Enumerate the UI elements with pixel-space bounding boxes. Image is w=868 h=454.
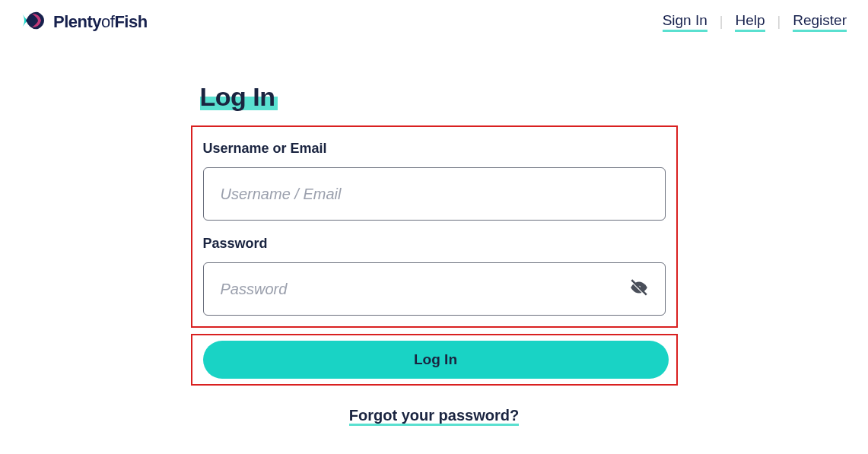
login-button[interactable]: Log In [203,341,669,379]
page-title: Log In [200,82,275,112]
forgot-password-link[interactable]: Forgot your password? [349,407,519,426]
toggle-password-visibility-icon[interactable] [629,278,649,300]
credentials-highlight-box: Username or Email Password [191,125,678,328]
username-input[interactable] [203,167,666,221]
username-input-wrap [203,167,666,221]
top-nav: Sign In | Help | Register [663,12,847,32]
header: PlentyofFish Sign In | Help | Register [0,0,868,44]
login-card: Log In Username or Email Password Log In… [191,82,678,424]
password-input-wrap [203,262,666,316]
password-input[interactable] [203,262,666,316]
brand-name: PlentyofFish [53,12,148,32]
nav-register[interactable]: Register [793,12,847,32]
fish-icon [21,9,47,35]
nav-sign-in[interactable]: Sign In [663,12,707,32]
submit-highlight-box: Log In [191,334,678,386]
page-title-wrap: Log In [200,82,275,112]
nav-separator: | [720,14,723,30]
username-label: Username or Email [203,141,666,157]
password-label: Password [203,236,666,252]
nav-help[interactable]: Help [735,12,765,32]
brand-logo[interactable]: PlentyofFish [21,9,148,35]
nav-separator: | [777,14,781,30]
forgot-wrap: Forgot your password? [191,407,678,424]
